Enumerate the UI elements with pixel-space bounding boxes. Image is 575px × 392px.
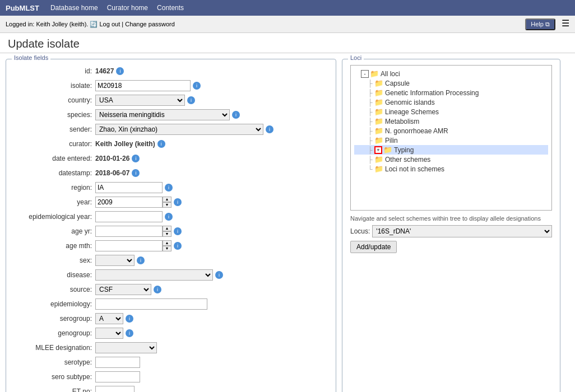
species-select[interactable]: Neisseria meningitidis [95,109,230,120]
folder-icon-loci-not-in-schemes: 📁 [374,165,383,173]
disease-label: disease: [14,271,95,279]
tree-item-metabolism[interactable]: ├ 📁 Metabolism [354,116,548,126]
epi-year-input[interactable] [95,211,163,222]
tree-item-genetic-info[interactable]: ├ 📁 Genetic Information Processing [354,88,548,97]
field-row-id: id: 14627 i [14,65,328,77]
field-row-et-no: ET no: [14,385,328,392]
tree-label-other-schemes: Other schemes [385,156,430,164]
age-yr-input[interactable] [95,226,163,237]
disease-select[interactable] [95,269,213,281]
field-row-date-entered: date entered: 2010-01-26 i [14,152,328,165]
datestamp-info-icon[interactable]: i [132,169,140,177]
tree-item-typing[interactable]: ├ + 📁 Typing [354,145,548,155]
mlee-select[interactable] [95,342,157,353]
tree-label-all-loci: All loci [381,70,400,78]
source-info-icon[interactable]: i [154,286,161,293]
genogroup-info-icon[interactable]: i [126,329,133,337]
help-button[interactable]: Help ⧉ [525,18,555,30]
country-info-icon[interactable]: i [187,96,195,104]
epidemiology-label: epidemiology: [14,300,95,308]
tree-item-other-schemes[interactable]: ├ 📁 Other schemes [354,155,548,164]
tree-item-genomic-islands[interactable]: ├ 📁 Genomic islands [354,97,548,107]
source-select[interactable]: CSF [95,284,151,295]
age-yr-label: age yr: [14,227,95,235]
isolate-panel-title: Isolate fields [12,54,50,61]
year-up[interactable]: ▲ [163,197,171,202]
region-info-icon[interactable]: i [165,184,173,192]
isolate-input[interactable] [95,80,191,91]
field-row-age-mth: age mth: ▲ ▼ i [14,240,328,252]
field-row-epidemiology: epidemiology: [14,298,328,310]
age-yr-spinner: ▲ ▼ [163,226,171,237]
age-mth-up[interactable]: ▲ [163,240,171,246]
serotype-input[interactable] [95,357,140,368]
tree-label-loci-not-in-schemes: Loci not in schemes [385,165,444,173]
genogroup-label: genogroup: [14,329,95,337]
year-input[interactable] [95,197,163,208]
tree-expand-all-loci[interactable]: - [361,70,369,78]
curator-info-icon[interactable]: i [157,140,165,148]
folder-icon-genomic-islands: 📁 [374,98,383,106]
field-row-species: species: Neisseria meningitidis i [14,109,328,121]
age-yr-info-icon[interactable]: i [174,227,182,235]
id-info-icon[interactable]: i [116,67,124,75]
tree-item-all-loci[interactable]: - 📁 All loci [354,69,548,78]
age-yr-up[interactable]: ▲ [163,226,171,231]
disease-info-icon[interactable]: i [215,271,223,279]
field-row-age-yr: age yr: ▲ ▼ i [14,225,328,237]
tree-label-genomic-islands: Genomic islands [385,99,435,106]
age-mth-spinner: ▲ ▼ [163,240,171,251]
nav-curator-home[interactable]: Curator home [107,4,148,12]
genogroup-select[interactable] [95,328,123,339]
nav-contents[interactable]: Contents [157,4,184,12]
locus-select[interactable]: '16S_rDNA' [372,225,552,237]
date-entered-info-icon[interactable]: i [132,155,140,162]
logout-link[interactable]: Log out [100,21,120,27]
field-row-country: country: USA i [14,94,328,106]
field-row-sex: sex: M F i [14,254,328,267]
change-password-link[interactable]: Change password [125,21,175,27]
age-mth-down[interactable]: ▼ [163,246,171,251]
tree-item-ngono-amr[interactable]: ├ 📁 N. gonorrhoeae AMR [354,126,548,136]
year-down[interactable]: ▼ [163,202,171,208]
sero-subtype-input[interactable] [95,371,140,382]
curator-value: Keith Jolley (keith) [95,140,155,148]
login-info: Logged in: Keith Jolley (keith). 🔄 Log o… [6,21,175,28]
sex-info-icon[interactable]: i [137,256,145,264]
folder-icon-pilin: 📁 [374,136,383,144]
epidemiology-input[interactable] [95,298,207,310]
tree-label-typing: Typing [394,146,414,154]
date-entered-label: date entered: [14,155,95,162]
age-yr-down[interactable]: ▼ [163,231,171,237]
login-bar: Logged in: Keith Jolley (keith). 🔄 Log o… [0,16,575,33]
sender-select[interactable]: Zhao, Xin (xinzhao) [95,124,263,135]
isolate-info-icon[interactable]: i [193,82,201,90]
tree-item-loci-not-in-schemes[interactable]: └ 📁 Loci not in schemes [354,164,548,174]
sender-info-icon[interactable]: i [266,125,273,133]
id-value: 14627 [95,67,114,75]
species-info-icon[interactable]: i [232,111,240,119]
region-input[interactable] [95,182,163,193]
nav-database-home[interactable]: Database home [50,4,98,12]
age-mth-input[interactable] [95,240,163,251]
tree-item-pilin[interactable]: ├ 📁 Pilin [354,136,548,145]
age-mth-info-icon[interactable]: i [174,242,182,250]
et-no-input[interactable] [95,386,135,392]
country-select[interactable]: USA [95,95,185,106]
field-row-region: region: i [14,181,328,194]
tree-expand-typing[interactable]: + [374,146,382,154]
add-update-button[interactable]: Add/update [350,241,397,253]
tree-item-lineage-schemes[interactable]: ├ 📁 Lineage Schemes [354,107,548,116]
tree-item-capsule[interactable]: ├ 📁 Capsule [354,78,548,88]
epi-year-info-icon[interactable]: i [165,213,173,221]
serogroup-info-icon[interactable]: i [126,315,133,323]
brand: PubMLST [6,4,39,12]
loci-panel: Loci - 📁 All loci ├ 📁 Capsule ├ [342,59,560,392]
tree-label-ngono-amr: N. gonorrhoeae AMR [385,127,448,135]
sex-select[interactable]: M F [95,255,135,266]
year-info-icon[interactable]: i [174,198,182,206]
mlee-label: MLEE designation: [14,344,95,352]
serogroup-select[interactable]: A [95,313,123,324]
menu-icon[interactable]: ☰ [562,18,569,28]
tree-label-capsule: Capsule [385,80,410,87]
